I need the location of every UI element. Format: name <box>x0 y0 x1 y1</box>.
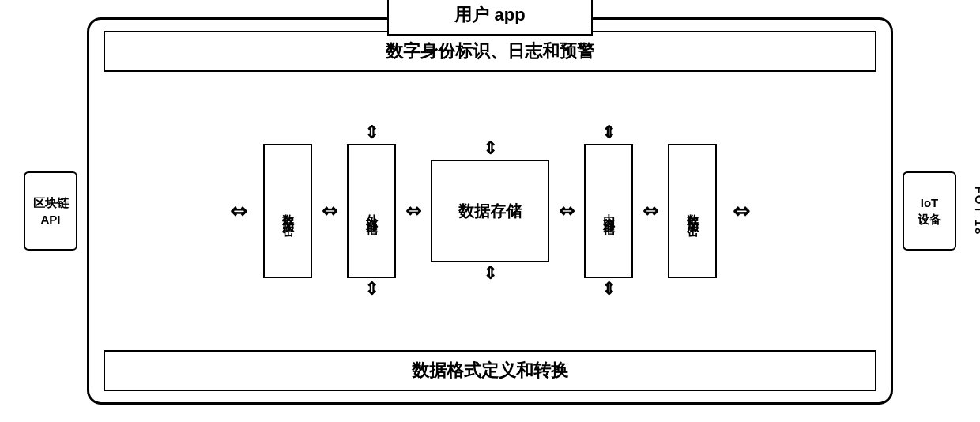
arrow-4: ⇔ <box>633 200 668 222</box>
data-encrypt-left-box: 数据加密 <box>263 144 312 278</box>
dbl-arrow-2: ⇔ <box>405 200 421 222</box>
user-app-box: 用户 app <box>387 0 593 36</box>
dbl-arrow-1: ⇔ <box>322 200 337 222</box>
dbl-arrow-top-center: ⇕ <box>483 138 497 159</box>
internal-comm-label: 内部通信 <box>601 205 616 217</box>
dbl-arrow-bot-ext: ⇕ <box>364 279 379 300</box>
dbl-arrow-bot-int: ⇕ <box>601 279 616 300</box>
main-outer-box: 用户 app 数字身份标识、日志和预警 ⇔ 数据加密 ⇔ <box>87 17 893 405</box>
external-comm-label: 外部通信 <box>364 205 379 217</box>
user-app-label: 用户 app <box>454 3 525 27</box>
data-storage-label: 数据存储 <box>458 201 522 222</box>
arrow-blockchain-left: ⇔ <box>214 199 263 224</box>
arrow-iot-right: ⇔ <box>717 199 766 224</box>
arrow-3: ⇔ <box>549 200 584 222</box>
data-encrypt-right-box: 数据加密 <box>668 144 717 278</box>
iot-box: IoT设备 <box>903 171 956 251</box>
dbl-arrow-top-ext: ⇕ <box>364 122 379 143</box>
data-format-banner: 数据格式定义和转换 <box>104 350 876 391</box>
middle-row: ⇔ 数据加密 ⇔ ⇕ 外部通信 <box>104 80 876 342</box>
data-storage-col: ⇕ 数据存储 ⇕ <box>431 138 549 284</box>
digital-identity-label: 数字身份标识、日志和预警 <box>386 40 594 63</box>
fot-label: FOT 18 <box>973 187 980 236</box>
data-encrypt-right-col: 数据加密 <box>668 122 717 300</box>
dbl-arrow-3: ⇔ <box>559 200 575 222</box>
arrow-top-ext: ⇕ <box>364 122 379 144</box>
arrow-icon-1: ⇔ <box>230 199 247 224</box>
dbl-arrow-4: ⇔ <box>643 200 658 222</box>
dbl-arrow-top-int: ⇕ <box>601 122 616 143</box>
data-encrypt-right-label: 数据加密 <box>685 205 700 217</box>
data-encrypt-left-label: 数据加密 <box>281 205 296 217</box>
external-comm-box: 外部通信 <box>347 144 396 278</box>
arrow-bot-center: ⇕ <box>483 262 497 284</box>
arrow-icon-2: ⇔ <box>733 199 750 224</box>
diagram-wrapper: 区块链API IoT设备 FOT 18 用户 app 数字身份标识、日志和预警 … <box>24 9 956 413</box>
arrow-2: ⇔ <box>396 200 431 222</box>
data-encrypt-left-col: 数据加密 <box>263 122 312 300</box>
internal-comm-box: 内部通信 <box>584 144 633 278</box>
blockchain-label: 区块链API <box>33 194 69 228</box>
data-format-label: 数据格式定义和转换 <box>412 359 568 382</box>
external-comm-col: ⇕ 外部通信 ⇕ <box>347 122 396 300</box>
data-storage-box: 数据存储 <box>431 160 549 262</box>
arrow-bot-ext: ⇕ <box>364 278 379 300</box>
dbl-arrow-bot-center: ⇕ <box>483 263 497 284</box>
arrow-top-int: ⇕ <box>601 122 616 144</box>
internal-comm-col: ⇕ 内部通信 ⇕ <box>584 122 633 300</box>
digital-identity-banner: 数字身份标识、日志和预警 <box>104 31 876 72</box>
arrow-bot-int: ⇕ <box>601 278 616 300</box>
arrow-1: ⇔ <box>312 200 347 222</box>
arrow-top-center: ⇕ <box>483 138 497 160</box>
blockchain-box: 区块链API <box>24 171 77 251</box>
iot-label: IoT设备 <box>918 194 941 228</box>
